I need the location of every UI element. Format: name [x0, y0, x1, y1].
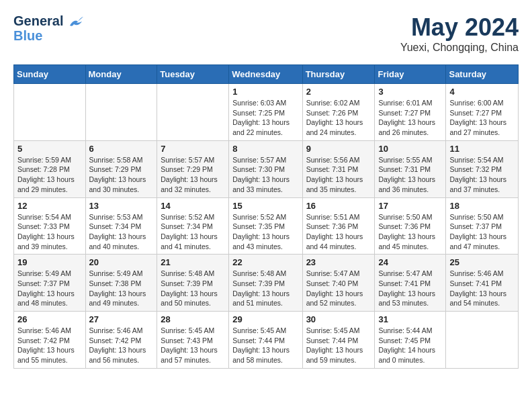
- day-info: Sunrise: 5:59 AMSunset: 7:28 PMDaylight:…: [17, 155, 82, 195]
- calendar-day-cell: 9Sunrise: 5:56 AMSunset: 7:31 PMDaylight…: [302, 140, 375, 197]
- month-title: May 2024: [400, 13, 519, 42]
- calendar-day-cell: 4Sunrise: 6:00 AMSunset: 7:27 PMDaylight…: [446, 84, 519, 141]
- calendar-day-cell: 7Sunrise: 5:57 AMSunset: 7:29 PMDaylight…: [157, 140, 229, 197]
- day-number: 9: [306, 144, 371, 154]
- calendar-day-cell: 28Sunrise: 5:45 AMSunset: 7:43 PMDayligh…: [157, 312, 229, 369]
- day-number: 12: [17, 201, 82, 211]
- day-number: 8: [232, 144, 298, 154]
- day-info: Sunrise: 5:58 AMSunset: 7:29 PMDaylight:…: [89, 155, 154, 195]
- day-number: 6: [89, 144, 154, 154]
- calendar-week-row: 19Sunrise: 5:49 AMSunset: 7:37 PMDayligh…: [14, 255, 519, 312]
- day-number: 3: [378, 87, 442, 97]
- weekday-header: Saturday: [446, 65, 519, 84]
- day-info: Sunrise: 5:45 AMSunset: 7:44 PMDaylight:…: [232, 326, 298, 365]
- day-info: Sunrise: 5:46 AMSunset: 7:42 PMDaylight:…: [17, 326, 82, 365]
- weekday-header: Monday: [85, 65, 157, 84]
- day-info: Sunrise: 5:46 AMSunset: 7:41 PMDaylight:…: [449, 269, 515, 308]
- day-number: 1: [232, 87, 298, 97]
- calendar-day-cell: 16Sunrise: 5:51 AMSunset: 7:36 PMDayligh…: [302, 197, 375, 255]
- logo-blue-text: Blue: [13, 28, 83, 43]
- weekday-header: Wednesday: [229, 65, 302, 84]
- calendar-day-cell: 25Sunrise: 5:46 AMSunset: 7:41 PMDayligh…: [446, 255, 519, 312]
- day-number: 30: [306, 314, 371, 324]
- day-info: Sunrise: 6:03 AMSunset: 7:25 PMDaylight:…: [232, 98, 298, 138]
- day-number: 17: [378, 201, 442, 211]
- day-info: Sunrise: 5:53 AMSunset: 7:34 PMDaylight:…: [89, 212, 154, 252]
- day-number: 19: [17, 257, 82, 267]
- day-info: Sunrise: 5:48 AMSunset: 7:39 PMDaylight:…: [161, 269, 225, 308]
- day-info: Sunrise: 5:49 AMSunset: 7:38 PMDaylight:…: [89, 269, 154, 308]
- day-number: 7: [161, 144, 225, 154]
- day-info: Sunrise: 5:50 AMSunset: 7:37 PMDaylight:…: [449, 212, 515, 252]
- day-number: 15: [232, 201, 298, 211]
- calendar-day-cell: 20Sunrise: 5:49 AMSunset: 7:38 PMDayligh…: [85, 255, 157, 312]
- day-number: 22: [232, 257, 298, 267]
- day-info: Sunrise: 5:49 AMSunset: 7:37 PMDaylight:…: [17, 269, 82, 308]
- logo: General Blue: [13, 13, 83, 43]
- calendar-day-cell: 19Sunrise: 5:49 AMSunset: 7:37 PMDayligh…: [14, 255, 86, 312]
- day-number: 10: [378, 144, 442, 154]
- calendar-day-cell: 5Sunrise: 5:59 AMSunset: 7:28 PMDaylight…: [14, 140, 86, 197]
- day-info: Sunrise: 5:57 AMSunset: 7:30 PMDaylight:…: [232, 155, 298, 195]
- calendar-week-row: 26Sunrise: 5:46 AMSunset: 7:42 PMDayligh…: [14, 312, 519, 369]
- day-info: Sunrise: 6:00 AMSunset: 7:27 PMDaylight:…: [449, 98, 515, 138]
- day-info: Sunrise: 5:51 AMSunset: 7:36 PMDaylight:…: [306, 212, 371, 252]
- day-info: Sunrise: 5:44 AMSunset: 7:45 PMDaylight:…: [378, 326, 442, 365]
- calendar-day-cell: 29Sunrise: 5:45 AMSunset: 7:44 PMDayligh…: [229, 312, 302, 369]
- day-info: Sunrise: 6:01 AMSunset: 7:27 PMDaylight:…: [378, 98, 442, 138]
- calendar-day-cell: 13Sunrise: 5:53 AMSunset: 7:34 PMDayligh…: [85, 197, 157, 255]
- calendar-day-cell: 14Sunrise: 5:52 AMSunset: 7:34 PMDayligh…: [157, 197, 229, 255]
- day-info: Sunrise: 5:52 AMSunset: 7:34 PMDaylight:…: [161, 212, 225, 252]
- day-number: 24: [378, 257, 442, 267]
- day-number: 27: [89, 314, 154, 324]
- day-number: 28: [161, 314, 225, 324]
- day-number: 4: [449, 87, 515, 97]
- calendar-day-cell: 30Sunrise: 5:45 AMSunset: 7:44 PMDayligh…: [302, 312, 375, 369]
- calendar-day-cell: 11Sunrise: 5:54 AMSunset: 7:32 PMDayligh…: [446, 140, 519, 197]
- day-number: 20: [89, 257, 154, 267]
- day-info: Sunrise: 5:54 AMSunset: 7:32 PMDaylight:…: [449, 155, 515, 195]
- calendar-day-cell: 1Sunrise: 6:03 AMSunset: 7:25 PMDaylight…: [229, 84, 302, 141]
- day-info: Sunrise: 5:47 AMSunset: 7:40 PMDaylight:…: [306, 269, 371, 308]
- calendar-day-cell: 22Sunrise: 5:48 AMSunset: 7:39 PMDayligh…: [229, 255, 302, 312]
- weekday-header: Tuesday: [157, 65, 229, 84]
- title-area: May 2024 Yuexi, Chongqing, China: [400, 13, 519, 54]
- calendar-week-row: 5Sunrise: 5:59 AMSunset: 7:28 PMDaylight…: [14, 140, 519, 197]
- calendar-day-cell: 8Sunrise: 5:57 AMSunset: 7:30 PMDaylight…: [229, 140, 302, 197]
- calendar-day-cell: 21Sunrise: 5:48 AMSunset: 7:39 PMDayligh…: [157, 255, 229, 312]
- location-subtitle: Yuexi, Chongqing, China: [400, 42, 519, 54]
- day-info: Sunrise: 5:45 AMSunset: 7:44 PMDaylight:…: [306, 326, 371, 365]
- calendar-day-cell: 10Sunrise: 5:55 AMSunset: 7:31 PMDayligh…: [375, 140, 446, 197]
- calendar-day-cell: 18Sunrise: 5:50 AMSunset: 7:37 PMDayligh…: [446, 197, 519, 255]
- weekday-header: Friday: [375, 65, 446, 84]
- calendar-day-cell: 3Sunrise: 6:01 AMSunset: 7:27 PMDaylight…: [375, 84, 446, 141]
- day-number: 11: [449, 144, 515, 154]
- page-header: General Blue May 2024 Yuexi, Chongqing, …: [13, 13, 519, 54]
- day-info: Sunrise: 5:56 AMSunset: 7:31 PMDaylight:…: [306, 155, 371, 195]
- calendar-week-row: 1Sunrise: 6:03 AMSunset: 7:25 PMDaylight…: [14, 84, 519, 141]
- calendar-day-cell: 12Sunrise: 5:54 AMSunset: 7:33 PMDayligh…: [14, 197, 86, 255]
- day-info: Sunrise: 5:54 AMSunset: 7:33 PMDaylight:…: [17, 212, 82, 252]
- calendar-day-cell: 2Sunrise: 6:02 AMSunset: 7:26 PMDaylight…: [302, 84, 375, 141]
- day-number: 25: [449, 257, 515, 267]
- calendar-week-row: 12Sunrise: 5:54 AMSunset: 7:33 PMDayligh…: [14, 197, 519, 255]
- calendar-day-cell: 23Sunrise: 5:47 AMSunset: 7:40 PMDayligh…: [302, 255, 375, 312]
- day-info: Sunrise: 5:52 AMSunset: 7:35 PMDaylight:…: [232, 212, 298, 252]
- day-number: 16: [306, 201, 371, 211]
- calendar-day-cell: 17Sunrise: 5:50 AMSunset: 7:36 PMDayligh…: [375, 197, 446, 255]
- day-number: 23: [306, 257, 371, 267]
- day-info: Sunrise: 5:48 AMSunset: 7:39 PMDaylight:…: [232, 269, 298, 308]
- day-number: 14: [161, 201, 225, 211]
- weekday-header: Thursday: [302, 65, 375, 84]
- weekday-header: Sunday: [14, 65, 86, 84]
- day-info: Sunrise: 5:57 AMSunset: 7:29 PMDaylight:…: [161, 155, 225, 195]
- calendar-day-cell: 6Sunrise: 5:58 AMSunset: 7:29 PMDaylight…: [85, 140, 157, 197]
- day-number: 26: [17, 314, 82, 324]
- day-info: Sunrise: 5:55 AMSunset: 7:31 PMDaylight:…: [378, 155, 442, 195]
- day-info: Sunrise: 6:02 AMSunset: 7:26 PMDaylight:…: [306, 98, 371, 138]
- day-info: Sunrise: 5:46 AMSunset: 7:42 PMDaylight:…: [89, 326, 154, 365]
- weekday-header-row: SundayMondayTuesdayWednesdayThursdayFrid…: [14, 65, 519, 84]
- logo-bird-icon: [69, 16, 83, 28]
- day-number: 2: [306, 87, 371, 97]
- calendar-day-cell: 24Sunrise: 5:47 AMSunset: 7:41 PMDayligh…: [375, 255, 446, 312]
